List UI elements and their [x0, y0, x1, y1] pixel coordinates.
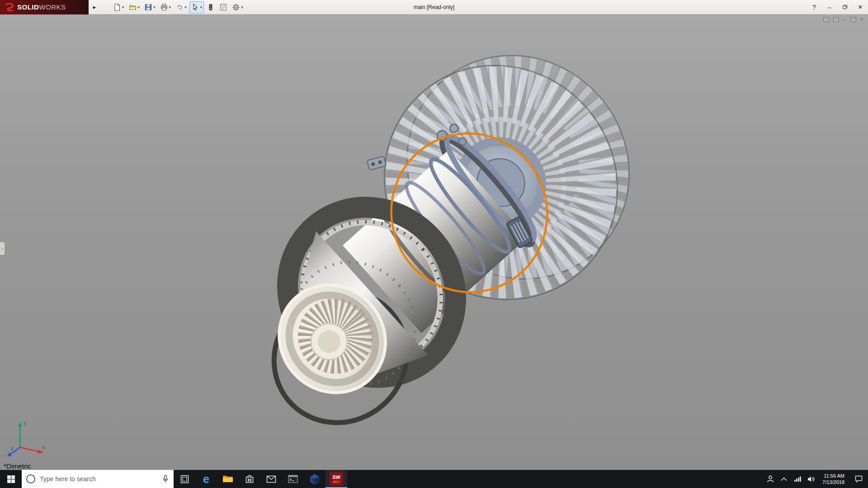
open-caret-icon[interactable]: ▾ — [138, 5, 140, 9]
network-tray-button[interactable] — [791, 476, 804, 482]
help-button[interactable]: ? — [807, 0, 822, 14]
cortana-icon[interactable] — [26, 474, 35, 483]
print-button[interactable]: ▾ — [158, 1, 173, 13]
rebuild-stoplight-button[interactable] — [205, 1, 217, 13]
solidworks-window: SOLIDWORKS ▸ ▾ ▾ ▾ ▾ ▾ — [0, 0, 868, 488]
taskbar-edge-button[interactable]: e — [195, 470, 217, 488]
solidworks-app-icon: SW 2017 — [330, 472, 343, 486]
brand-text: SOLIDWORKS — [17, 3, 66, 11]
child-close-icon[interactable]: × — [860, 17, 863, 22]
mail-icon — [266, 475, 276, 483]
document-title: main [Read-only] — [414, 0, 455, 14]
brand-works: WORKS — [39, 3, 66, 11]
windows-taskbar: e — [0, 470, 868, 488]
undo-icon — [175, 3, 184, 11]
print-icon — [160, 3, 168, 11]
task-view-icon — [180, 475, 189, 483]
system-tray: 11:56 AM 7/13/2018 — [764, 470, 868, 488]
options-gear-icon — [232, 3, 240, 11]
close-button[interactable]: × — [853, 0, 868, 14]
child-restore-icon[interactable] — [850, 17, 856, 22]
command-prompt-icon — [288, 475, 298, 483]
file-properties-button[interactable] — [217, 1, 229, 13]
taskbar-mail-button[interactable] — [260, 470, 282, 488]
task-view-button[interactable] — [174, 470, 195, 488]
start-button[interactable] — [0, 470, 22, 488]
triad-y-label: y — [24, 420, 26, 426]
child-window-controls: – × — [823, 17, 863, 22]
edge-icon: e — [203, 473, 209, 485]
child-frame2-icon[interactable] — [833, 17, 839, 22]
network-icon — [794, 476, 802, 482]
search-input[interactable] — [40, 475, 157, 483]
new-caret-icon[interactable]: ▾ — [122, 5, 124, 9]
speaker-icon — [807, 476, 815, 483]
titlebar: SOLIDWORKS ▸ ▾ ▾ ▾ ▾ ▾ — [0, 0, 868, 14]
person-icon — [766, 475, 774, 483]
taskbar-cube-app-button[interactable] — [304, 470, 326, 488]
select-caret-icon[interactable]: ▾ — [200, 5, 203, 9]
child-frame-icon[interactable] — [823, 17, 829, 22]
store-icon — [245, 474, 254, 484]
undo-caret-icon[interactable]: ▾ — [184, 5, 187, 9]
taskbar-terminal-button[interactable] — [282, 470, 304, 488]
maximize-restore-button[interactable] — [837, 0, 853, 14]
sw-letters: SW — [332, 475, 340, 480]
triad-x-label: x — [42, 445, 45, 450]
view-orientation-label: *Dimetric — [4, 462, 31, 470]
taskbar-clock[interactable]: 11:56 AM 7/13/2018 — [818, 473, 849, 485]
taskbar-search[interactable] — [22, 470, 174, 488]
save-icon — [144, 3, 152, 11]
new-document-button[interactable]: ▾ — [111, 1, 126, 13]
open-folder-icon — [129, 3, 137, 11]
windows-logo-icon — [7, 475, 15, 483]
save-caret-icon[interactable]: ▾ — [153, 5, 156, 9]
open-button[interactable]: ▾ — [127, 1, 142, 13]
options-caret-icon[interactable]: ▾ — [241, 5, 243, 9]
action-center-icon — [855, 475, 863, 483]
child-minimize-icon[interactable]: – — [843, 17, 846, 22]
new-document-icon — [113, 3, 121, 11]
engine-model[interactable] — [0, 14, 868, 470]
clock-time: 11:56 AM — [824, 473, 844, 479]
taskbar-explorer-button[interactable] — [217, 470, 239, 488]
action-center-button[interactable] — [849, 475, 868, 483]
shaft-end — [311, 324, 347, 360]
window-controls: ? – × — [807, 0, 868, 14]
options-button[interactable]: ▾ — [230, 1, 245, 13]
people-tray-button[interactable] — [764, 475, 777, 483]
chevron-up-icon — [781, 477, 787, 481]
print-caret-icon[interactable]: ▾ — [169, 5, 171, 9]
main-toolbar: ▾ ▾ ▾ ▾ ▾ ▾ — [111, 1, 245, 13]
clock-date: 7/13/2018 — [822, 479, 844, 485]
triad-z-label: z — [11, 446, 14, 451]
microphone-icon[interactable] — [162, 475, 169, 483]
select-cursor-icon — [191, 3, 199, 11]
restore-icon — [843, 5, 847, 9]
feature-tree-collapse-tab[interactable]: ‹ — [0, 242, 5, 255]
tray-overflow-button[interactable] — [777, 477, 791, 481]
graphics-viewport[interactable]: – × ‹ — [0, 14, 868, 470]
undo-button[interactable]: ▾ — [174, 1, 189, 13]
taskbar-solidworks-button[interactable]: SW 2017 — [326, 470, 347, 488]
file-explorer-icon — [222, 474, 233, 483]
brand-solid: SOLID — [17, 3, 39, 11]
dassault-logo-icon — [5, 2, 14, 12]
file-properties-icon — [219, 3, 227, 11]
sw-year: 2017 — [333, 480, 340, 483]
orientation-triad: y x z — [5, 417, 48, 460]
side-bracket-plate — [367, 156, 386, 170]
cube-app-icon — [310, 474, 320, 484]
volume-tray-button[interactable] — [804, 476, 818, 483]
minimize-button[interactable]: – — [822, 0, 837, 14]
taskbar-store-button[interactable] — [239, 470, 260, 488]
solidworks-logo: SOLIDWORKS — [0, 0, 89, 14]
save-button[interactable]: ▾ — [142, 1, 157, 13]
select-tool-button[interactable]: ▾ — [189, 1, 204, 13]
menu-expand-arrow-icon[interactable]: ▸ — [90, 1, 99, 13]
rebuild-stoplight-icon — [207, 3, 215, 11]
